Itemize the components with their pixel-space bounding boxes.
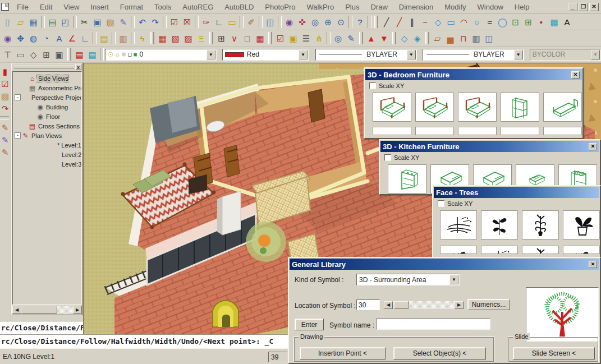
location-scroll-left-icon[interactable]: ◀ <box>384 301 393 309</box>
partial-red-box-icon[interactable]: ▮ <box>0 65 10 77</box>
make-block-icon[interactable]: ⊞ <box>522 16 535 29</box>
print-preview-icon[interactable]: ◰ <box>59 16 72 29</box>
color-combo[interactable]: Red ▼ <box>222 49 309 61</box>
tree-expander[interactable]: - <box>15 132 21 139</box>
line-icon[interactable]: ╱ <box>380 16 393 29</box>
pen-point-icon[interactable]: ✑ <box>200 16 213 29</box>
partial-pencil-icon[interactable]: ✎ <box>0 121 10 133</box>
sofa-icon[interactable]: ▅ <box>444 32 457 45</box>
enter-button[interactable]: Enter <box>295 319 324 330</box>
chair-icon[interactable]: ⊓ <box>457 32 470 45</box>
menu-walkpro[interactable]: WalkPro <box>301 2 340 12</box>
redo-icon[interactable]: ↷ <box>149 16 162 29</box>
scroll-left-icon[interactable]: ◀ <box>12 306 21 314</box>
menu-photopro[interactable]: PhotoPro <box>259 2 301 12</box>
tile-tree-sketch-2[interactable] <box>481 210 518 239</box>
plot-settings-icon[interactable]: ☒ <box>181 16 194 29</box>
menu-view[interactable]: View <box>58 2 85 12</box>
tree-item-level-3[interactable]: Level:3 2.80 <box>13 159 81 169</box>
check-edit-icon[interactable]: ☑ <box>274 32 287 45</box>
bedroom-palette-close-icon[interactable]: ✕ <box>571 71 580 79</box>
tree-expander[interactable]: - <box>15 94 21 100</box>
paste-icon[interactable]: ▨ <box>104 16 117 29</box>
axes-icon[interactable]: ∟ <box>213 16 226 29</box>
menu-tools[interactable]: Tools <box>149 2 177 12</box>
scroll-right-icon[interactable]: ▶ <box>73 306 82 314</box>
menu-modify[interactable]: Modify <box>439 2 471 12</box>
frame-tool-icon[interactable]: ▣ <box>53 48 66 61</box>
tile-tree-partial-1[interactable] <box>440 246 477 254</box>
rotate-view-icon[interactable]: ∠ <box>66 32 79 45</box>
zoom-extents-icon[interactable]: ◎ <box>309 16 322 29</box>
partial-arrow-icon[interactable]: ↷ <box>0 102 10 114</box>
linetype-combo-dropdown-button[interactable]: ▼ <box>407 50 416 59</box>
grid-pencil-icon[interactable]: ▦ <box>254 32 267 45</box>
symbol-name-input[interactable] <box>376 319 490 330</box>
plot-check-icon[interactable]: ☑ <box>168 16 181 29</box>
copy-solid-icon[interactable]: ▣ <box>287 32 300 45</box>
arc-icon[interactable]: ◠ <box>457 16 470 29</box>
menu-format[interactable]: Format <box>114 2 149 12</box>
ellipse-icon[interactable]: ◯ <box>496 16 509 29</box>
point-icon[interactable]: • <box>535 16 548 29</box>
bedroom-palette-titlebar[interactable]: 3D - Bedroom Furniture ✕ <box>365 69 582 80</box>
menu-help[interactable]: Help <box>509 2 535 12</box>
tile-tree-partial-2[interactable] <box>481 246 518 254</box>
tag-icon[interactable]: ◎ <box>332 32 345 45</box>
tree-panel-hscrollbar[interactable]: ◀ ▶ <box>12 305 82 314</box>
paintbrush-icon[interactable]: ✐ <box>245 16 258 29</box>
kitchen-palette-titlebar[interactable]: 3D - Kitchen Furniture ✕ <box>380 141 599 152</box>
move-down-icon[interactable]: ▼ <box>378 32 391 45</box>
layer-combo[interactable]: ☉☼❄⊔■ 0 ▼ <box>105 49 217 61</box>
zoom-all-icon[interactable]: A <box>53 32 66 45</box>
layers-icon[interactable]: ▤ <box>98 32 111 45</box>
layer-combo-dropdown-button[interactable]: ▼ <box>207 50 215 59</box>
filter-icon[interactable]: ϟ <box>136 32 149 45</box>
tree-item-cross-sections[interactable]: ▤ Cross Sections <box>13 121 81 131</box>
zoom-in-icon[interactable]: ⊕ <box>322 16 334 29</box>
tree-item-side-views[interactable]: ⌂ Side Views <box>13 73 81 83</box>
window-strip-icon[interactable]: ▭ <box>14 48 27 61</box>
undo-icon[interactable]: ↶ <box>136 16 149 29</box>
menu-window[interactable]: Window <box>472 2 509 12</box>
rectangle-icon[interactable]: ▭ <box>444 16 457 29</box>
partial-check-icon[interactable]: ☑ <box>0 77 10 90</box>
lineweight-combo[interactable]: BYLAYER ▼ <box>423 49 524 61</box>
menu-insert[interactable]: Insert <box>85 2 114 12</box>
tile-partial-5[interactable] <box>543 127 582 135</box>
kitchen-palette-close-icon[interactable]: ✕ <box>589 143 597 150</box>
grid-red-icon[interactable]: ▦ <box>156 32 169 45</box>
tile-bunk-bed[interactable] <box>501 93 539 122</box>
cabinet-icon[interactable]: ▥ <box>470 32 483 45</box>
tree-item-level-2[interactable]: Level:2 0.00 <box>13 150 81 159</box>
box-3d-icon[interactable]: ◇ <box>398 32 411 45</box>
zoom-window-icon[interactable]: ⊙ <box>334 16 347 29</box>
pan-view-icon[interactable]: ◫ <box>264 16 277 29</box>
polygon-icon[interactable]: ◇ <box>432 16 444 29</box>
tree-panel-header[interactable]: x <box>12 63 82 71</box>
tile-tree-partial-4[interactable] <box>563 246 600 254</box>
tile-stove[interactable] <box>388 164 426 193</box>
tile-partial-2[interactable] <box>415 127 454 135</box>
tree-item-floor[interactable]: ◉ Floor <box>13 112 81 121</box>
zoom-limits-icon[interactable]: ◉ <box>1 32 14 45</box>
print-icon[interactable]: ▤ <box>46 16 59 29</box>
tree-panel-grip[interactable] <box>14 66 74 69</box>
select-objects-button[interactable]: Select Object(s) < <box>393 347 486 360</box>
box-3d-edit-icon[interactable]: ◈ <box>411 32 424 45</box>
level-gauge-icon[interactable]: Ξ <box>195 32 208 45</box>
insertion-point-button[interactable]: Insertion Point < <box>300 347 386 360</box>
tile-partial-1[interactable] <box>373 127 411 135</box>
construction-line-icon[interactable]: ╱ <box>393 16 406 29</box>
grid-edit-icon[interactable]: ▧ <box>169 32 182 45</box>
polyline-icon[interactable]: ~ <box>419 16 432 29</box>
zoom-center-icon[interactable]: ✜ <box>296 16 309 29</box>
zoom-scale-icon[interactable]: ◔ <box>40 32 53 45</box>
vertex-curve-icon[interactable]: ∨ <box>228 32 241 45</box>
blank-square-icon[interactable]: □ <box>241 32 254 45</box>
monitor-icon[interactable]: ◫ <box>483 32 496 45</box>
menu-autoreg[interactable]: AutoREG <box>177 2 219 12</box>
zoom-previous-icon[interactable]: ◍ <box>27 32 40 45</box>
save-icon[interactable]: ▦ <box>27 16 40 29</box>
new-file-icon[interactable]: ▯ <box>1 16 14 29</box>
